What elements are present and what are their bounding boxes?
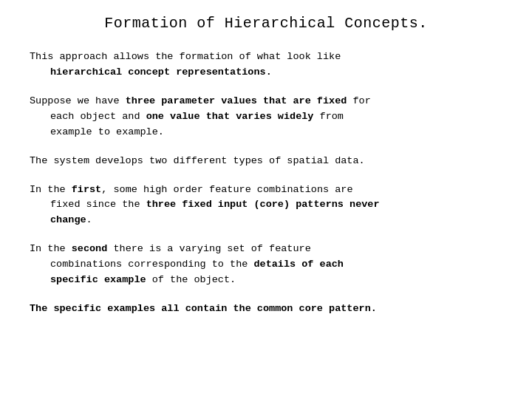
- para5-line3: specific example of the object.: [50, 273, 502, 288]
- para2-line2: each object and one value that varies wi…: [50, 109, 502, 125]
- paragraph-6: The specific examples all contain the co…: [30, 301, 502, 317]
- page-title: Formation of Hierarchical Concepts.: [30, 15, 502, 32]
- paragraph-4: In the first, some high order feature co…: [30, 183, 502, 229]
- para3-line1: The system develops two different types …: [30, 154, 502, 169]
- paragraph-1: This approach allows the formation of wh…: [30, 50, 502, 81]
- para4-line1: In the first, some high order feature co…: [30, 183, 502, 198]
- para2-line3: example to example.: [50, 125, 502, 140]
- page: Formation of Hierarchical Concepts. This…: [0, 0, 532, 399]
- para5-line2: combinations corresponding to the detail…: [50, 257, 502, 273]
- para1-line1: This approach allows the formation of wh…: [30, 50, 502, 65]
- para4-line2: fixed since the three fixed input (core)…: [50, 197, 502, 213]
- paragraph-3: The system develops two different types …: [30, 154, 502, 169]
- para4-line3: change.: [50, 213, 502, 228]
- para6-line1: The specific examples all contain the co…: [30, 301, 502, 317]
- paragraph-2: Suppose we have three parameter values t…: [30, 94, 502, 140]
- para2-line1: Suppose we have three parameter values t…: [30, 94, 502, 109]
- paragraph-5: In the second there is a varying set of …: [30, 242, 502, 288]
- para1-line2: hierarchical concept representations.: [50, 65, 502, 81]
- para5-line1: In the second there is a varying set of …: [30, 242, 502, 257]
